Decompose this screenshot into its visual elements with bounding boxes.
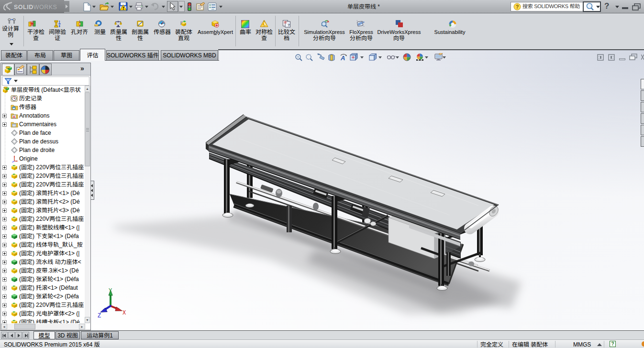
svg-text:?: ? (516, 4, 519, 10)
svg-text:Z: Z (98, 313, 101, 319)
svg-text:X: X (122, 310, 126, 316)
svg-text:Y: Y (109, 288, 112, 294)
svg-text:?: ? (288, 23, 290, 27)
svg-text:SOLIDWORKS: SOLIDWORKS (14, 4, 57, 11)
